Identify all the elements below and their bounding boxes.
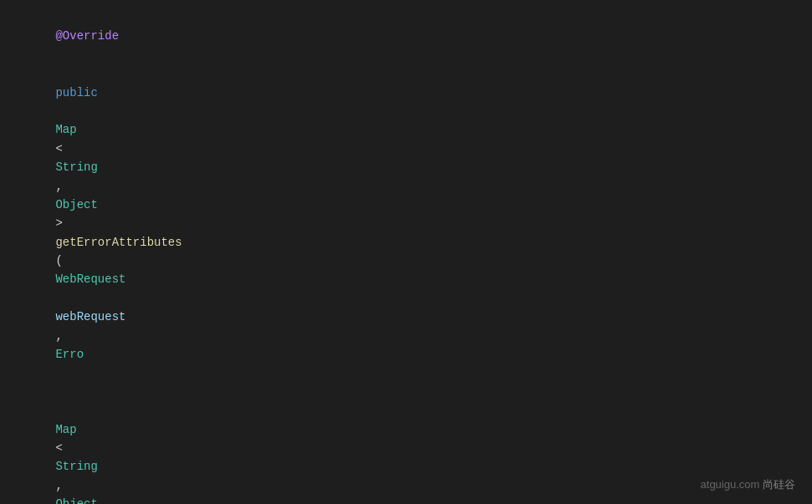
annotation-override: @Override [55, 29, 119, 43]
line-3: Map < String , Object > errorAttributes … [0, 383, 812, 504]
watermark-cn: 尚硅谷 [763, 478, 795, 491]
line-1: @Override [0, 8, 812, 64]
code-viewer: @Override public Map < String , Object >… [0, 0, 812, 504]
kw-public: public [55, 86, 97, 99]
type-map: Map [55, 123, 76, 136]
watermark-url: atguigu.com [701, 478, 760, 491]
watermark: atguigu.com 尚硅谷 [701, 476, 795, 494]
line-2: public Map < String , Object > getErrorA… [0, 64, 812, 383]
method-getErrorAttributes: getErrorAttributes [55, 236, 181, 249]
